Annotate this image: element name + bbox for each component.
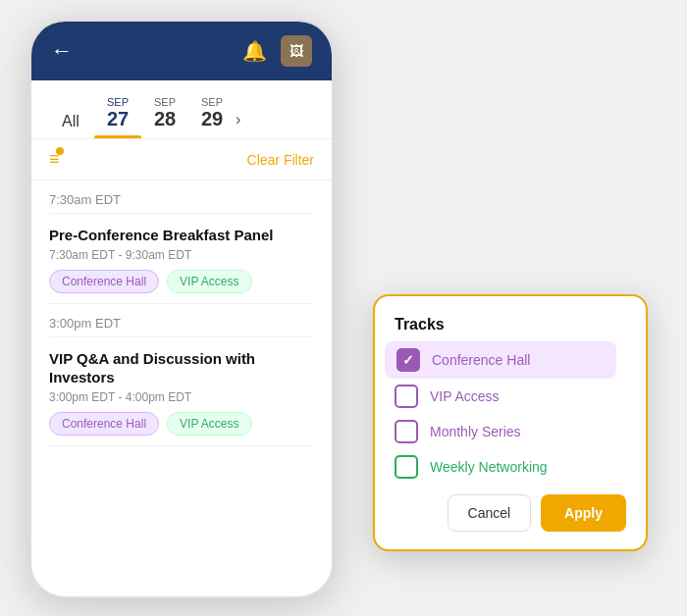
tab-sep29[interactable]: SEP 29 <box>188 90 236 138</box>
checkbox-vip-access[interactable] <box>395 385 418 408</box>
clear-filter-button[interactable]: Clear Filter <box>247 152 314 168</box>
session-time-2: 3:00pm EDT - 4:00pm EDT <box>49 390 314 404</box>
tab-sep28-day: 28 <box>154 108 176 130</box>
filter-icon-wrap[interactable]: ≡ <box>49 149 60 170</box>
tab-sep28-month: SEP <box>154 96 176 108</box>
tab-sep28[interactable]: SEP 28 <box>141 90 188 138</box>
bell-icon[interactable]: 🔔 <box>242 39 267 63</box>
session-tags-2: Conference Hall VIP Access <box>49 412 314 436</box>
track-option-monthly-series[interactable]: Monthly Series <box>395 420 626 443</box>
date-tabs: All SEP 27 SEP 28 SEP 29 › <box>31 80 332 139</box>
track-label-conference-hall: Conference Hall <box>432 352 530 368</box>
tag-conference-hall-1[interactable]: Conference Hall <box>49 270 159 293</box>
phone-shell: ← 🔔 🖼 All SEP 27 SEP 28 SEP 29 › <box>29 20 334 598</box>
tracks-panel-title: Tracks <box>395 316 626 334</box>
cancel-button[interactable]: Cancel <box>448 494 532 532</box>
track-label-weekly-networking: Weekly Networking <box>430 459 548 475</box>
panel-buttons: Cancel Apply <box>395 494 626 532</box>
tab-sep29-day: 29 <box>201 108 223 130</box>
app-header: ← 🔔 🖼 <box>31 22 332 80</box>
tab-sep27[interactable]: SEP 27 <box>94 90 141 138</box>
avatar[interactable]: 🖼 <box>281 35 312 67</box>
session-tags-1: Conference Hall VIP Access <box>49 270 314 293</box>
session-title-2: VIP Q&A and Discussion with Investors <box>49 349 314 387</box>
tracks-panel: Tracks Conference Hall VIP Access Monthl… <box>373 294 648 551</box>
track-label-monthly-series: Monthly Series <box>430 424 521 439</box>
checkbox-conference-hall[interactable] <box>396 348 420 372</box>
tab-sep27-day: 27 <box>107 108 129 130</box>
track-option-vip-access[interactable]: VIP Access <box>395 385 626 408</box>
track-option-conference-hall[interactable]: Conference Hall <box>395 347 626 373</box>
checkbox-weekly-networking[interactable] <box>395 455 418 479</box>
checkbox-monthly-series[interactable] <box>395 420 418 443</box>
time-label-2: 3:00pm EDT <box>49 304 314 337</box>
session-card-2[interactable]: VIP Q&A and Discussion with Investors 3:… <box>49 337 314 446</box>
session-title-1: Pre-Conference Breakfast Panel <box>49 226 314 245</box>
schedule-content: 7:30am EDT Pre-Conference Breakfast Pane… <box>31 180 332 598</box>
track-option-weekly-networking[interactable]: Weekly Networking <box>395 455 626 479</box>
tabs-next-arrow[interactable]: › <box>236 111 240 138</box>
tag-vip-access-1[interactable]: VIP Access <box>167 270 251 293</box>
filter-bar: ≡ Clear Filter <box>31 139 332 180</box>
track-label-vip-access: VIP Access <box>430 388 500 404</box>
back-button[interactable]: ← <box>51 38 73 64</box>
apply-button[interactable]: Apply <box>541 494 626 532</box>
filter-active-dot <box>56 147 64 155</box>
tab-sep29-month: SEP <box>201 96 223 108</box>
tab-all[interactable]: All <box>47 107 94 138</box>
tag-vip-access-2[interactable]: VIP Access <box>167 412 251 436</box>
session-time-1: 7:30am EDT - 9:30am EDT <box>49 248 314 262</box>
tag-conference-hall-2[interactable]: Conference Hall <box>49 412 159 436</box>
tab-all-label: All <box>62 113 79 130</box>
time-label-1: 7:30am EDT <box>49 180 314 214</box>
header-icons: 🔔 🖼 <box>242 35 312 67</box>
tab-sep27-month: SEP <box>107 96 129 108</box>
session-card-1[interactable]: Pre-Conference Breakfast Panel 7:30am ED… <box>49 214 314 304</box>
